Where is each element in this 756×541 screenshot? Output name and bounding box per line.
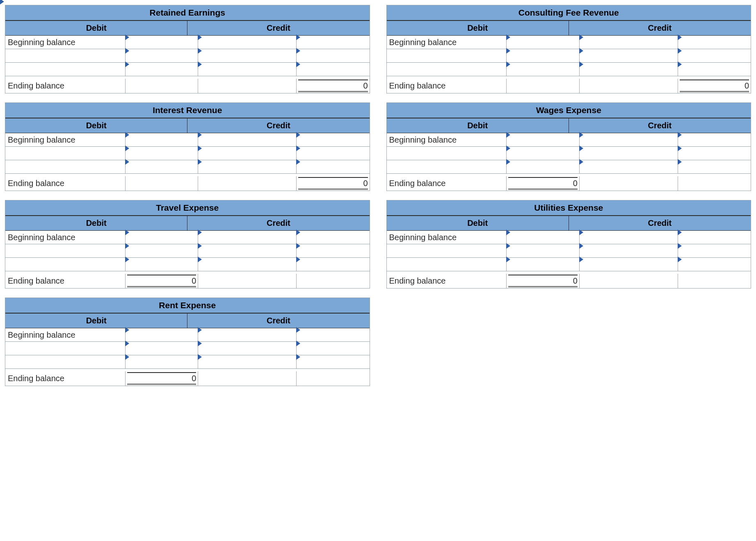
row-debit-amount[interactable] xyxy=(507,160,580,173)
row-debit-amount[interactable] xyxy=(507,231,580,244)
flag-icon xyxy=(198,159,202,165)
header-debit: Debit xyxy=(5,118,187,133)
row-debit-amount[interactable] xyxy=(507,258,580,271)
row-credit-amount[interactable] xyxy=(678,36,751,49)
row-debit-label xyxy=(5,244,126,257)
row-debit-amount[interactable] xyxy=(507,133,580,146)
ending-credit-label xyxy=(580,79,678,93)
row-credit-amount[interactable] xyxy=(297,49,370,62)
row-debit-label xyxy=(5,160,126,173)
row-debit-label: Beginning balance xyxy=(387,36,507,49)
row-debit-amount[interactable] xyxy=(507,147,580,160)
ending-credit-label xyxy=(198,274,297,288)
flag-icon xyxy=(296,341,300,346)
t-accounts-worksheet: Retained EarningsDebitCreditBeginning ba… xyxy=(5,5,751,395)
row-credit-amount[interactable] xyxy=(678,231,751,244)
row-credit-amount[interactable] xyxy=(297,147,370,160)
row-label-text: Beginning balance xyxy=(389,38,457,47)
t-account-row: Beginning balance xyxy=(387,36,751,49)
flag-icon xyxy=(125,61,129,67)
row-debit-amount[interactable] xyxy=(126,231,199,244)
row-debit-amount[interactable] xyxy=(126,147,199,160)
row-debit-label xyxy=(5,49,126,62)
row-debit-label: Beginning balance xyxy=(387,231,507,244)
row-credit-amount[interactable] xyxy=(678,147,751,160)
row-credit-label xyxy=(580,160,678,173)
header-debit: Debit xyxy=(387,216,569,230)
row-debit-label xyxy=(387,147,507,160)
t-account-row xyxy=(5,244,370,258)
ending-label: Ending balance xyxy=(387,79,507,93)
row-debit-amount[interactable] xyxy=(126,244,199,257)
t-account-row xyxy=(5,49,370,63)
row-credit-amount[interactable] xyxy=(297,244,370,257)
ending-debit-value: 0 xyxy=(127,275,196,287)
flag-icon xyxy=(678,145,682,151)
flag-icon xyxy=(296,327,300,333)
row-credit-amount[interactable] xyxy=(297,36,370,49)
t-account-ending-row: Ending balance0 xyxy=(5,176,370,191)
t-account: Utilities ExpenseDebitCreditBeginning ba… xyxy=(386,200,751,289)
flag-icon xyxy=(678,132,682,138)
t-account: Retained EarningsDebitCreditBeginning ba… xyxy=(5,5,370,93)
ending-credit-value xyxy=(298,276,368,286)
row-credit-amount[interactable] xyxy=(297,160,370,173)
flag-icon xyxy=(125,243,129,249)
ending-label: Ending balance xyxy=(387,176,507,191)
row-debit-label: Beginning balance xyxy=(387,133,507,146)
row-debit-amount[interactable] xyxy=(126,328,199,341)
right-column: Consulting Fee RevenueDebitCreditBeginni… xyxy=(386,5,751,298)
row-credit-amount[interactable] xyxy=(297,355,370,368)
row-credit-amount[interactable] xyxy=(678,63,751,76)
header-debit: Debit xyxy=(5,314,187,328)
row-credit-label xyxy=(580,133,678,146)
row-debit-amount[interactable] xyxy=(126,36,199,49)
ending-credit-box: 0 xyxy=(297,79,370,93)
row-debit-label xyxy=(5,63,126,76)
row-debit-amount[interactable] xyxy=(126,258,199,271)
row-credit-label xyxy=(580,63,678,76)
row-credit-amount[interactable] xyxy=(678,258,751,271)
flag-icon xyxy=(296,243,300,249)
row-debit-amount[interactable] xyxy=(126,355,199,368)
row-debit-label xyxy=(5,342,126,355)
row-label-text: Beginning balance xyxy=(8,135,75,145)
row-credit-label xyxy=(198,133,297,146)
row-credit-amount[interactable] xyxy=(678,49,751,62)
t-account-header: DebitCredit xyxy=(387,21,751,36)
row-debit-amount[interactable] xyxy=(126,342,199,355)
row-credit-amount[interactable] xyxy=(297,342,370,355)
row-credit-amount[interactable] xyxy=(678,133,751,146)
row-credit-amount[interactable] xyxy=(297,328,370,341)
row-debit-amount[interactable] xyxy=(126,160,199,173)
row-debit-amount[interactable] xyxy=(507,63,580,76)
row-credit-amount[interactable] xyxy=(297,231,370,244)
row-debit-label xyxy=(387,258,507,271)
row-label-text: Beginning balance xyxy=(389,233,457,242)
flag-icon xyxy=(579,145,583,151)
row-credit-label xyxy=(198,258,297,271)
ending-credit-value xyxy=(680,276,749,286)
ending-label: Ending balance xyxy=(387,274,507,288)
row-debit-amount[interactable] xyxy=(507,244,580,257)
flag-icon xyxy=(125,48,129,54)
ending-credit-value: 0 xyxy=(298,177,368,190)
row-credit-amount[interactable] xyxy=(297,258,370,271)
row-credit-label xyxy=(198,231,297,244)
row-debit-amount[interactable] xyxy=(507,36,580,49)
row-debit-amount[interactable] xyxy=(126,49,199,62)
row-credit-amount[interactable] xyxy=(678,160,751,173)
row-credit-amount[interactable] xyxy=(297,63,370,76)
row-credit-amount[interactable] xyxy=(297,133,370,146)
ending-label-text: Ending balance xyxy=(389,276,446,286)
t-account-title: Consulting Fee Revenue xyxy=(387,5,751,21)
t-account-row xyxy=(387,147,751,160)
row-credit-label xyxy=(198,49,297,62)
ending-credit-label xyxy=(198,176,297,191)
row-debit-amount[interactable] xyxy=(126,133,199,146)
row-credit-amount[interactable] xyxy=(678,244,751,257)
t-account-row xyxy=(387,49,751,63)
row-debit-amount[interactable] xyxy=(507,49,580,62)
row-debit-amount[interactable] xyxy=(126,63,199,76)
flag-icon xyxy=(506,243,510,249)
